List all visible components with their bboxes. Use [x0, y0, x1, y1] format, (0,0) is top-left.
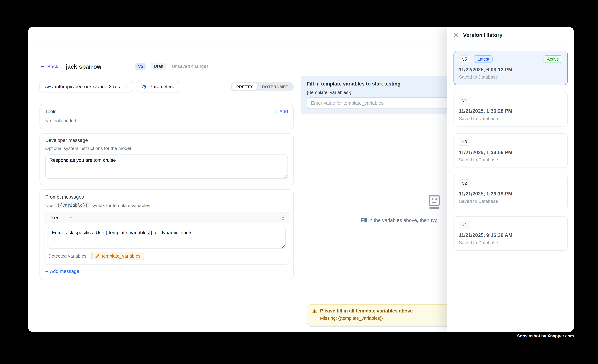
- plus-icon: +: [275, 109, 278, 114]
- add-message-label: Add message: [50, 269, 79, 274]
- back-button[interactable]: Back: [40, 64, 58, 69]
- version-badge: v5: [135, 63, 146, 70]
- developer-message-card: Developer message Optional system instru…: [40, 133, 294, 185]
- active-badge: Active: [543, 55, 562, 63]
- back-label: Back: [47, 64, 58, 69]
- developer-message-title: Developer message: [45, 138, 288, 143]
- drag-handle-icon[interactable]: [281, 215, 285, 220]
- version-card[interactable]: v5 Latest Active 11/22/2025, 6:08:12 PM …: [454, 50, 568, 85]
- developer-message-input[interactable]: Respond as you are tom cruise: [45, 154, 288, 179]
- version-timestamp: 11/21/2025, 1:36:28 PM: [459, 108, 562, 114]
- version-number-badge: v3: [459, 138, 470, 146]
- version-number-badge: v1: [459, 221, 470, 229]
- chevron-down-icon: [69, 215, 73, 220]
- screenshot-credit: Screenshot by Xnapper.com: [517, 334, 574, 338]
- warning-title: Please fill in all template variables ab…: [320, 308, 413, 314]
- version-number-badge: v2: [459, 179, 470, 187]
- variable-chip-label: template_variables: [102, 253, 141, 259]
- app-window: Back jack-sparrow v5 Draft Unsaved chang…: [28, 27, 574, 332]
- version-history-header: Version History: [448, 27, 574, 43]
- unsaved-changes-text: Unsaved changes: [172, 64, 209, 69]
- add-message-button[interactable]: + Add message: [45, 269, 79, 274]
- add-tool-button[interactable]: + Add: [275, 109, 288, 114]
- version-timestamp: 11/21/2025, 1:33:56 PM: [459, 149, 562, 155]
- warning-triangle-icon: [312, 308, 317, 314]
- toggle-pretty[interactable]: PRETTY: [232, 83, 257, 90]
- model-toolbar: aws/anthropic/bedrock-claude-3-5-s... ⚙ …: [40, 81, 294, 92]
- parameters-label: Parameters: [149, 84, 174, 89]
- toggle-dotprompt[interactable]: DOTPROMPT: [257, 83, 293, 90]
- detected-variables-label: Detected variables:: [48, 253, 88, 259]
- draft-badge: Draft: [151, 63, 166, 70]
- empty-state-text: Fill in the variables above, then typ: [361, 217, 438, 223]
- message-header: User: [44, 212, 289, 223]
- page-title: jack-sparrow: [66, 63, 101, 70]
- version-status: Saved to Database: [459, 116, 562, 121]
- tools-title: Tools: [45, 109, 56, 114]
- version-card[interactable]: v4 11/21/2025, 1:36:28 PM Saved to Datab…: [454, 92, 568, 126]
- version-list: v5 Latest Active 11/22/2025, 6:08:12 PM …: [448, 43, 574, 257]
- version-status: Saved to Database: [459, 240, 562, 245]
- message-role-select[interactable]: User: [48, 215, 73, 220]
- variable-chip[interactable]: template_variables: [91, 252, 144, 260]
- prompt-messages-title: Prompt messages: [45, 194, 289, 200]
- prompt-messages-subtitle: Use {{variable}} syntax for template var…: [45, 202, 289, 208]
- message-role-value: User: [48, 215, 58, 220]
- version-number-badge: v4: [459, 97, 470, 104]
- tools-card: Tools + Add No tools added: [40, 104, 294, 129]
- version-status: Saved to Database: [459, 74, 562, 80]
- version-timestamp: 11/22/2025, 6:08:12 PM: [459, 67, 562, 73]
- subtitle-prefix: Use: [45, 203, 53, 208]
- plus-icon: +: [45, 269, 48, 274]
- pencil-icon: [95, 254, 100, 258]
- version-status: Saved to Database: [459, 157, 562, 162]
- close-icon-button[interactable]: [454, 32, 458, 37]
- version-card[interactable]: v2 11/21/2025, 1:33:19 PM Saved to Datab…: [454, 175, 568, 209]
- developer-message-subtitle: Optional system instructions for the mod…: [45, 146, 288, 151]
- message-block: User Enter task specifics. Use {{templat…: [44, 212, 289, 265]
- version-number-badge: v5: [459, 55, 470, 63]
- format-toggle: PRETTY DOTPROMPT: [231, 82, 294, 91]
- subtitle-suffix: syntax for template variables: [91, 203, 150, 208]
- version-history-panel: Version History v5 Latest Active 11/22/2…: [448, 27, 574, 332]
- back-arrow-icon: [40, 64, 45, 69]
- parameters-button[interactable]: ⚙ Parameters: [137, 81, 179, 92]
- model-selector[interactable]: aws/anthropic/bedrock-claude-3-5-s...: [40, 81, 133, 92]
- version-card[interactable]: v3 11/21/2025, 1:33:56 PM Saved to Datab…: [454, 133, 568, 168]
- version-status: Saved to Database: [459, 199, 562, 204]
- gear-icon: ⚙: [142, 84, 147, 89]
- version-timestamp: 11/21/2025, 1:33:19 PM: [459, 191, 562, 197]
- bot-face-icon: [428, 195, 441, 211]
- version-timestamp: 11/21/2025, 9:16:39 AM: [459, 232, 562, 238]
- desktop-background: Back jack-sparrow v5 Draft Unsaved chang…: [0, 0, 598, 364]
- prompt-messages-card: Prompt messages Use {{variable}} syntax …: [40, 189, 294, 280]
- user-message-input[interactable]: Enter task specifics. Use {{template_var…: [48, 227, 286, 249]
- variable-syntax-code: {{variable}}: [55, 202, 90, 208]
- detected-variables-row: Detected variables: template_variables: [44, 249, 289, 264]
- tools-empty-text: No tools added: [45, 118, 288, 124]
- document-header: Back jack-sparrow v5 Draft Unsaved chang…: [40, 63, 294, 70]
- chevron-down-icon: [125, 84, 129, 89]
- latest-badge: Latest: [474, 55, 493, 63]
- add-tool-label: Add: [279, 109, 288, 114]
- version-history-title: Version History: [463, 32, 502, 38]
- model-selector-value: aws/anthropic/bedrock-claude-3-5-s...: [44, 84, 124, 89]
- prompt-editor-panel: Back jack-sparrow v5 Draft Unsaved chang…: [28, 43, 301, 332]
- version-card[interactable]: v1 11/21/2025, 9:16:39 AM Saved to Datab…: [454, 216, 568, 251]
